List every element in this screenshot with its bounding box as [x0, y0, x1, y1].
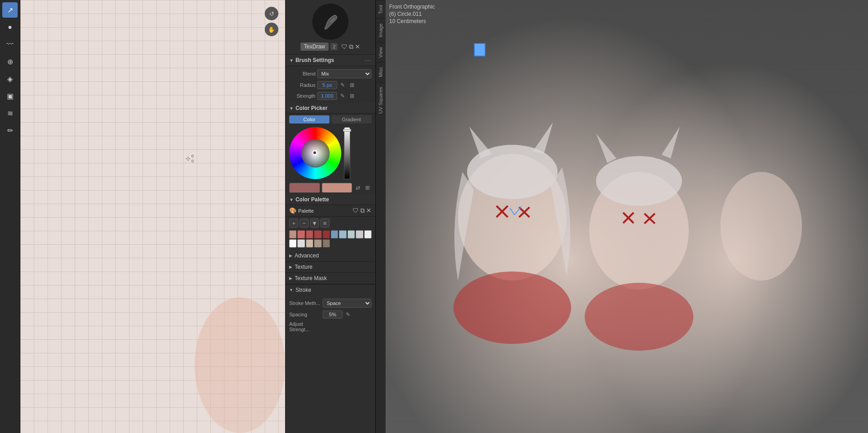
tool-select[interactable]: ↗ [2, 2, 18, 18]
shield-icon[interactable]: 🛡 [341, 43, 348, 51]
palette-header-row: 🎨 Palette 🛡 ⧉ ✕ [286, 205, 375, 217]
selection-indicator[interactable] [474, 43, 486, 57]
side-tabs: Tool Image View Misc UV Squares [376, 0, 386, 433]
tool-paint[interactable]: ● [2, 19, 18, 35]
palette-color-12[interactable] [297, 239, 305, 247]
color-wheel-selector[interactable] [312, 150, 317, 155]
brush-settings-header[interactable]: ▼ Brush Settings ··· [286, 55, 375, 66]
color-picker-arrow: ▼ [289, 106, 294, 111]
spacing-row: Spacing 5% ✎ [289, 309, 372, 320]
color-palette-label: Color Palette [296, 196, 372, 203]
cursor-indicator: ⊹ 00 [186, 154, 194, 164]
color-wheel[interactable] [289, 127, 341, 179]
tool-clone[interactable]: ⊕ [2, 54, 18, 69]
radius-label: Radius [289, 82, 315, 88]
spacing-edit-icon[interactable]: ✎ [344, 310, 352, 319]
palette-color-3[interactable] [306, 230, 313, 238]
color-swatches-row: ⇄ ⊞ [286, 181, 375, 195]
strength-label: Strength [289, 93, 315, 99]
strength-lock-icon[interactable]: ⊞ [348, 92, 356, 100]
color-brightness-slider[interactable] [344, 127, 350, 179]
rotate-icon[interactable]: ↺ [265, 7, 278, 20]
palette-color-1[interactable] [289, 230, 296, 238]
strength-edit-icon[interactable]: ✎ [339, 92, 347, 100]
palette-color-9[interactable] [356, 230, 363, 238]
secondary-color-swatch[interactable] [322, 183, 353, 193]
color-palette-header[interactable]: ▼ Color Palette [286, 195, 375, 205]
palette-color-14[interactable] [314, 239, 321, 247]
brush-header: TexDraw 2 🛡 ⧉ ✕ [286, 0, 375, 55]
blend-dropdown[interactable]: Mix Add Subtract Multiply [317, 69, 372, 78]
spacing-value[interactable]: 5% [323, 310, 343, 319]
tab-view[interactable]: View [376, 42, 386, 62]
brush-name-row: TexDraw 2 🛡 ⧉ ✕ [289, 43, 372, 51]
texture-section: ▶ Texture [286, 262, 375, 273]
texture-mask-header[interactable]: ▶ Texture Mask [286, 273, 375, 284]
viewport[interactable]: Front Orthographic (6) Circle.011 10 Cen… [386, 0, 868, 433]
blend-label: Blend [289, 71, 315, 76]
brush-settings-content: Blend Mix Add Subtract Multiply Radius 5… [286, 66, 375, 103]
tab-tool[interactable]: Tool [376, 0, 386, 19]
palette-color-13[interactable] [306, 239, 313, 247]
strength-row: Strength 1.000 ✎ ⊞ [289, 90, 372, 101]
brightness-handle[interactable] [343, 129, 351, 132]
palette-color-8[interactable] [348, 230, 355, 238]
right-panel: TexDraw 2 🛡 ⧉ ✕ ▼ Brush Settings ··· Ble… [285, 0, 376, 433]
tab-misc[interactable]: Misc [376, 62, 386, 82]
palette-color-11[interactable] [289, 239, 296, 247]
color-picker-header[interactable]: ▼ Color Picker [286, 103, 375, 114]
primary-color-swatch[interactable] [289, 183, 320, 193]
spacing-label: Spacing [289, 312, 321, 317]
canvas-area[interactable]: ⊹ 00 ↺ ✋ [20, 0, 285, 433]
tab-color[interactable]: Color [289, 115, 329, 124]
color-palette-section: ▼ Color Palette 🎨 Palette 🛡 ⧉ ✕ + − ▼ ≡ [286, 195, 375, 250]
palette-name: Palette [298, 208, 351, 214]
palette-color-4[interactable] [314, 230, 321, 238]
tab-uv-squares[interactable]: UV Squares [376, 82, 386, 118]
viewport-header: Front Orthographic (6) Circle.011 10 Cen… [389, 4, 435, 24]
viewport-view-label: Front Orthographic [389, 4, 435, 10]
radius-edit-icon[interactable]: ✎ [339, 81, 347, 89]
tool-mask[interactable]: ▣ [2, 88, 18, 104]
palette-down-btn[interactable]: ▼ [310, 219, 319, 228]
texture-mask-label: Texture Mask [295, 275, 327, 281]
close-icon[interactable]: ✕ [355, 43, 360, 51]
stroke-method-dropdown[interactable]: Space Dots Airbrush [323, 299, 372, 308]
palette-remove-btn[interactable]: − [300, 219, 309, 228]
texture-header[interactable]: ▶ Texture [286, 262, 375, 272]
advanced-arrow: ▶ [289, 253, 292, 258]
tab-image[interactable]: Image [376, 19, 386, 42]
palette-color-5[interactable] [323, 230, 330, 238]
tool-annotate[interactable]: ✏ [2, 123, 18, 138]
stroke-arrow: ▼ [289, 288, 293, 292]
palette-align-btn[interactable]: ≡ [320, 219, 329, 228]
reset-colors-icon[interactable]: ⊞ [363, 184, 372, 192]
palette-color-2[interactable] [297, 230, 305, 238]
tool-smear[interactable]: 〰 [2, 37, 18, 52]
brush-name-tab[interactable]: TexDraw [300, 43, 329, 51]
palette-color-7[interactable] [339, 230, 346, 238]
radius-value[interactable]: 5 px [317, 81, 337, 89]
copy-icon[interactable]: ⧉ [349, 43, 353, 51]
palette-close-icon[interactable]: ✕ [366, 207, 372, 214]
strength-value[interactable]: 1.000 [317, 92, 337, 100]
radius-lock-icon[interactable]: ⊞ [348, 81, 356, 89]
tool-fill[interactable]: ◈ [2, 71, 18, 86]
brush-settings-arrow: ▼ [289, 58, 294, 63]
stroke-header[interactable]: ▼ Stroke [286, 285, 375, 295]
palette-color-15[interactable] [323, 239, 330, 247]
palette-add-btn[interactable]: + [289, 219, 298, 228]
brush-settings-menu[interactable]: ··· [365, 57, 372, 64]
canvas-overlay [195, 297, 285, 433]
advanced-header[interactable]: ▶ Advanced [286, 250, 375, 261]
palette-color-6[interactable] [331, 230, 338, 238]
color-wheel-center [301, 139, 329, 167]
tool-texture[interactable]: ≋ [2, 105, 18, 121]
stroke-settings: Stroke Meth... Space Dots Airbrush Spaci… [286, 295, 375, 335]
swap-colors-icon[interactable]: ⇄ [354, 184, 362, 192]
palette-color-10[interactable] [364, 230, 372, 238]
palette-shield-icon[interactable]: 🛡 [353, 207, 359, 214]
tab-gradient[interactable]: Gradient [331, 115, 372, 124]
palette-copy-icon[interactable]: ⧉ [360, 207, 365, 214]
hand-icon[interactable]: ✋ [265, 23, 278, 36]
